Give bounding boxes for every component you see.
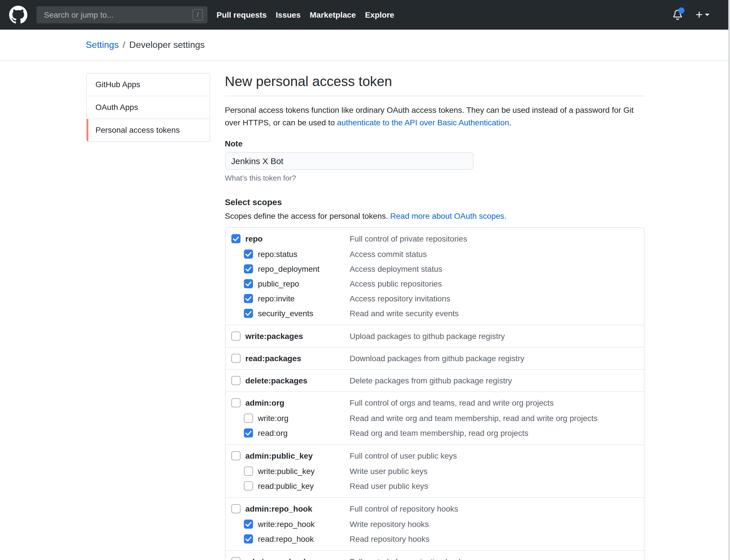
scope-row: read:packages Download packages from git… — [231, 351, 635, 365]
scope-group-admin:public_key: admin:public_key Full control of user pu… — [225, 444, 644, 497]
scope-label[interactable]: repo:status — [258, 250, 297, 259]
scope-label[interactable]: admin:public_key — [245, 451, 313, 460]
checkbox-admin:org[interactable] — [231, 398, 240, 407]
intro-after: . — [509, 118, 512, 127]
breadcrumb-settings-link[interactable]: Settings — [86, 40, 119, 50]
checkbox-write:public_key[interactable] — [244, 467, 253, 476]
create-new-menu[interactable]: + — [696, 9, 709, 20]
oauth-scopes-link[interactable]: Read more about OAuth scopes. — [391, 211, 507, 220]
scope-row: delete:packages Delete packages from git… — [231, 374, 635, 387]
scope-label[interactable]: security_events — [258, 309, 313, 318]
scope-description: Write repository hooks — [349, 520, 635, 529]
checkbox-public_repo[interactable] — [244, 279, 253, 288]
scope-label[interactable]: repo:invite — [258, 294, 294, 303]
nav-explore[interactable]: Explore — [365, 10, 395, 19]
page-title: New personal access token — [225, 73, 644, 96]
scope-label[interactable]: write:org — [258, 414, 288, 423]
checkbox-read:public_key[interactable] — [244, 481, 253, 490]
checkbox-write:repo_hook[interactable] — [244, 520, 253, 529]
sidebar-item-github-apps[interactable]: GitHub Apps — [86, 73, 209, 96]
scope-list: repo Full control of private repositorie… — [225, 227, 644, 560]
breadcrumb-current: Developer settings — [129, 40, 205, 50]
nav-pull-requests[interactable]: Pull requests — [216, 10, 267, 19]
main-content: New personal access token Personal acces… — [225, 73, 644, 560]
scope-description: Upload packages to github package regist… — [349, 332, 635, 341]
slash-key-hint: / — [193, 9, 203, 21]
checkbox-security_events[interactable] — [244, 309, 253, 318]
scope-description: Full control of organization hooks — [349, 557, 635, 560]
page: / Pull requests Issues Marketplace Explo… — [0, 0, 730, 560]
scope-description: Delete packages from github package regi… — [349, 376, 635, 385]
scope-label[interactable]: read:packages — [245, 354, 301, 363]
scope-row: write:repo_hook Write repository hooks — [244, 517, 635, 532]
scope-label[interactable]: write:public_key — [258, 467, 314, 476]
scope-description: Read user public keys — [349, 481, 635, 490]
notifications-bell-icon[interactable] — [672, 9, 683, 21]
scope-row: admin:public_key Full control of user pu… — [231, 449, 635, 463]
scope-description: Read repository hooks — [349, 534, 635, 543]
scope-row: read:repo_hook Read repository hooks — [244, 532, 635, 546]
checkbox-repo_deployment[interactable] — [244, 264, 253, 273]
scope-label[interactable]: delete:packages — [245, 376, 307, 385]
nav-issues[interactable]: Issues — [276, 10, 300, 19]
checkbox-delete:packages[interactable] — [231, 376, 240, 385]
checkbox-repo:invite[interactable] — [244, 294, 253, 303]
checkbox-read:packages[interactable] — [231, 354, 240, 363]
scope-group-admin:org_hook: admin:org_hook Full control of organizat… — [225, 550, 644, 560]
basic-auth-link[interactable]: authenticate to the API over Basic Authe… — [337, 118, 509, 127]
scope-sub-list: repo:status Access commit status repo_de… — [244, 247, 635, 321]
scope-label[interactable]: admin:repo_hook — [245, 504, 312, 513]
scope-group-admin:repo_hook: admin:repo_hook Full control of reposito… — [225, 497, 644, 550]
scope-row: write:public_key Write user public keys — [244, 464, 635, 479]
select-scopes-heading: Select scopes — [225, 197, 644, 207]
scope-description: Write user public keys — [349, 467, 635, 476]
scope-label[interactable]: read:repo_hook — [258, 534, 314, 543]
scope-label[interactable]: admin:org — [245, 398, 284, 407]
window-right-edge — [728, 0, 730, 560]
unread-notification-dot — [678, 7, 684, 14]
checkbox-write:org[interactable] — [244, 414, 253, 423]
checkbox-admin:repo_hook[interactable] — [231, 504, 240, 513]
checkbox-admin:public_key[interactable] — [231, 451, 240, 460]
scope-group-delete:packages: delete:packages Delete packages from git… — [225, 369, 644, 391]
scope-group-write:packages: write:packages Upload packages to github… — [225, 325, 644, 347]
scope-label[interactable]: public_repo — [258, 279, 299, 288]
header-nav: Pull requests Issues Marketplace Explore — [216, 10, 395, 19]
scopes-desc-before: Scopes define the access for personal to… — [225, 211, 391, 220]
header-right: + — [672, 9, 709, 21]
scope-description: Access repository invitations — [349, 294, 635, 303]
checkbox-write:packages[interactable] — [231, 332, 240, 341]
scope-row: security_events Read and write security … — [244, 306, 635, 321]
scope-group-repo: repo Full control of private repositorie… — [225, 228, 644, 325]
scope-group-admin:org: admin:org Full control of orgs and teams… — [225, 391, 644, 444]
checkbox-read:repo_hook[interactable] — [244, 534, 253, 543]
scope-description: Read org and team membership, read org p… — [349, 428, 635, 438]
scope-row: read:public_key Read user public keys — [244, 479, 635, 493]
scope-label[interactable]: admin:org_hook — [245, 557, 308, 560]
scope-label[interactable]: repo_deployment — [258, 264, 319, 273]
scope-row: repo:status Access commit status — [244, 247, 635, 261]
breadcrumb-bar: Settings / Developer settings — [0, 30, 730, 61]
top-header: / Pull requests Issues Marketplace Explo… — [0, 0, 730, 30]
sidebar-item-personal-access-tokens[interactable]: Personal access tokens — [86, 119, 209, 141]
note-input[interactable] — [225, 152, 473, 170]
scope-sub-list: write:public_key Write user public keys … — [244, 464, 635, 493]
checkbox-read:org[interactable] — [244, 428, 253, 438]
scope-description: Access commit status — [349, 250, 635, 259]
intro-text: Personal access tokens function like ord… — [225, 104, 644, 129]
note-label: Note — [225, 139, 644, 148]
search-input[interactable] — [36, 6, 207, 23]
scope-label[interactable]: write:repo_hook — [258, 520, 314, 529]
scope-label[interactable]: repo — [245, 234, 263, 243]
github-logo-icon[interactable] — [9, 6, 27, 24]
nav-marketplace[interactable]: Marketplace — [310, 10, 356, 19]
scope-description: Full control of repository hooks — [349, 504, 635, 513]
scope-label[interactable]: write:packages — [245, 332, 303, 341]
scope-label[interactable]: read:org — [258, 428, 287, 438]
checkbox-repo[interactable] — [231, 234, 240, 243]
checkbox-repo:status[interactable] — [244, 250, 253, 259]
checkbox-admin:org_hook[interactable] — [231, 557, 240, 560]
sidebar-item-oauth-apps[interactable]: OAuth Apps — [86, 96, 209, 119]
scope-label[interactable]: read:public_key — [258, 481, 314, 490]
breadcrumb: Settings / Developer settings — [86, 30, 644, 60]
